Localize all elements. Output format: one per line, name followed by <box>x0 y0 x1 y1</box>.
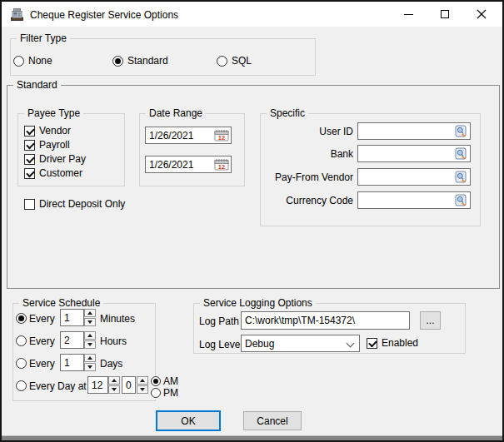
minute-spin-up-button[interactable] <box>137 376 148 385</box>
minute-spin-down-button[interactable] <box>137 385 148 394</box>
enabled-checkbox-row[interactable]: Enabled <box>367 337 418 349</box>
log-level-value: Debug <box>245 338 274 350</box>
days-spin-down-button[interactable] <box>84 363 96 371</box>
every-minutes-radio[interactable] <box>16 313 27 324</box>
days-spin-up-button[interactable] <box>84 354 96 362</box>
hours-unit-label: Hours <box>100 335 127 347</box>
direct-deposit-checkbox-row[interactable]: Direct Deposit Only <box>24 198 125 210</box>
sql-radio[interactable] <box>217 56 227 67</box>
close-button[interactable] <box>463 2 500 27</box>
bank-field[interactable] <box>357 145 471 162</box>
currency-code-field[interactable] <box>357 191 471 209</box>
enabled-checkbox[interactable] <box>367 338 377 349</box>
payroll-checkbox[interactable] <box>24 140 35 151</box>
driver-pay-checkbox-row[interactable]: Driver Pay <box>24 153 86 165</box>
dialog-window: Cheque Register Service Options Filter T… <box>0 0 504 442</box>
minutes-value-field[interactable]: 1 <box>60 309 84 326</box>
minute-value-field[interactable]: 0 <box>122 376 136 394</box>
user-id-lookup-button[interactable] <box>452 125 468 138</box>
none-radio-label: None <box>28 55 52 67</box>
hour-spin-down-button[interactable] <box>108 385 120 394</box>
minutes-spin-down-button[interactable] <box>84 318 96 326</box>
down-arrow-icon <box>87 320 92 324</box>
hours-spin-up-button[interactable] <box>84 331 96 340</box>
days-unit-label: Days <box>100 358 122 370</box>
currency-code-label: Currency Code <box>252 195 353 206</box>
am-radio[interactable] <box>151 376 161 386</box>
minute-spinner <box>137 376 148 394</box>
vendor-checkbox[interactable] <box>24 126 35 137</box>
down-arrow-icon <box>87 343 92 346</box>
standard-radio[interactable] <box>112 56 123 67</box>
down-arrow-icon <box>112 388 117 391</box>
filter-option-standard[interactable]: Standard <box>112 55 168 67</box>
days-value: 1 <box>64 357 70 369</box>
hours-spin-down-button[interactable] <box>84 340 96 349</box>
pay-from-vendor-lookup-button[interactable] <box>452 171 468 184</box>
filter-option-sql[interactable]: SQL <box>217 55 252 67</box>
days-value-field[interactable]: 1 <box>60 354 84 371</box>
every-hours-radio[interactable] <box>16 335 27 346</box>
date-to-calendar-button[interactable]: 12 <box>213 158 229 171</box>
hour-spin-up-button[interactable] <box>108 376 120 385</box>
lookup-icon <box>454 125 467 138</box>
minute-value: 0 <box>126 380 132 391</box>
hour-value-field[interactable]: 12 <box>87 376 108 394</box>
date-from-calendar-button[interactable]: 12 <box>213 129 229 142</box>
payee-type-label: Payee Type <box>24 107 83 120</box>
every-days-radio[interactable] <box>16 358 27 369</box>
ok-button[interactable]: OK <box>156 410 221 431</box>
lookup-icon <box>454 171 467 184</box>
cancel-button[interactable]: Cancel <box>243 411 302 430</box>
minutes-unit-label: Minutes <box>100 313 135 325</box>
pm-radio[interactable] <box>151 388 161 398</box>
date-range-group: Date Range <box>139 113 245 186</box>
pm-option[interactable]: PM <box>149 387 180 399</box>
log-path-field[interactable]: C:\work\tmp\TM-154372\ <box>241 311 410 330</box>
standard-radio-label: Standard <box>127 55 168 67</box>
driver-pay-checkbox[interactable] <box>24 154 35 165</box>
service-schedule-label: Service Schedule <box>19 297 103 310</box>
none-radio[interactable] <box>13 56 24 67</box>
filter-type-label: Filter Type <box>17 32 70 45</box>
log-path-value: C:\work\tmp\TM-154372\ <box>245 315 355 326</box>
date-from-field[interactable]: 1/26/2021 12 <box>145 127 232 144</box>
customer-checkbox-label: Customer <box>39 167 82 179</box>
date-to-field[interactable]: 1/26/2021 12 <box>145 156 232 173</box>
window-title: Cheque Register Service Options <box>30 9 178 21</box>
minutes-spin-up-button[interactable] <box>84 309 96 317</box>
hours-value-field[interactable]: 2 <box>60 331 84 349</box>
vendor-checkbox-label: Vendor <box>39 125 71 137</box>
user-id-field[interactable] <box>357 122 471 140</box>
filter-option-none[interactable]: None <box>13 55 52 67</box>
log-level-dropdown[interactable]: Debug <box>241 335 360 352</box>
minimize-button[interactable] <box>390 2 427 27</box>
days-spinner <box>84 354 96 371</box>
every-hours-prefix: Every <box>29 335 55 347</box>
customer-checkbox[interactable] <box>24 168 35 179</box>
hours-spinner <box>84 331 96 349</box>
up-arrow-icon <box>87 311 92 315</box>
hours-value: 2 <box>64 335 70 346</box>
am-option[interactable]: AM <box>149 375 180 387</box>
lookup-icon <box>454 147 467 161</box>
customer-checkbox-row[interactable]: Customer <box>24 167 82 179</box>
bank-lookup-button[interactable] <box>452 147 468 161</box>
app-icon <box>9 7 25 22</box>
am-radio-label: AM <box>163 375 178 387</box>
vendor-checkbox-row[interactable]: Vendor <box>24 125 71 137</box>
currency-code-lookup-button[interactable] <box>452 194 468 207</box>
payroll-checkbox-label: Payroll <box>39 139 70 151</box>
payroll-checkbox-row[interactable]: Payroll <box>24 139 70 151</box>
every-day-at-prefix: Every Day at <box>29 380 87 392</box>
chevron-down-icon <box>347 340 355 348</box>
hour-value: 12 <box>92 380 102 391</box>
lookup-icon <box>454 194 467 207</box>
pay-from-vendor-field[interactable] <box>357 168 471 186</box>
every-day-at-radio[interactable] <box>16 380 27 391</box>
up-arrow-icon <box>140 379 145 382</box>
maximize-button[interactable] <box>427 2 463 27</box>
date-to-value: 1/26/2021 <box>149 159 193 171</box>
direct-deposit-checkbox[interactable] <box>24 199 35 210</box>
browse-button[interactable]: ... <box>420 311 441 330</box>
